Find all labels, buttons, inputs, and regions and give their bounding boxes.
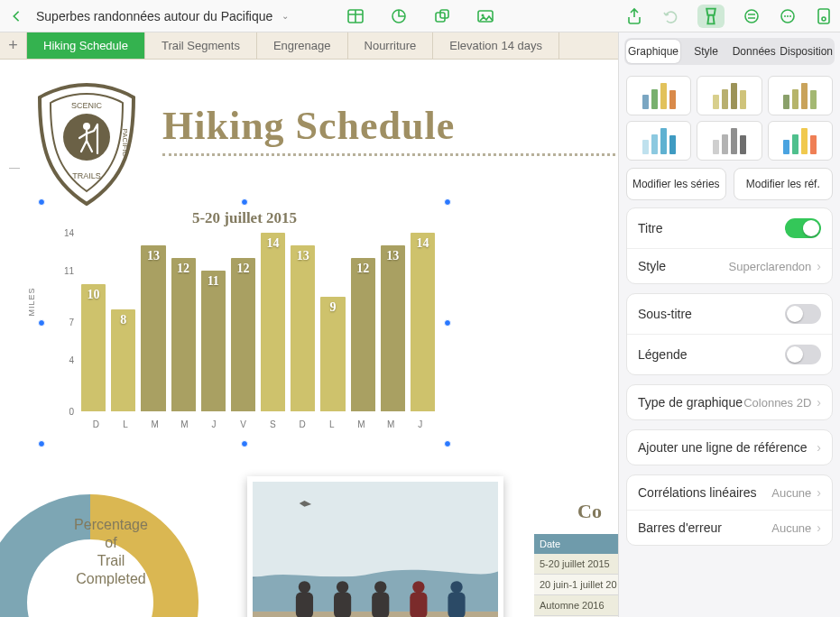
bar-chart[interactable]: 5-20 juillet 2015 MILES 0471114 10813121… bbox=[49, 209, 440, 437]
trails-logo[interactable]: SCENIC TRAILS PACIFIC bbox=[32, 81, 141, 207]
share-icon[interactable] bbox=[625, 7, 643, 25]
svg-point-12 bbox=[822, 17, 826, 21]
row-correlations-value: Aucune bbox=[771, 486, 811, 500]
row-reference-line[interactable]: Ajouter une ligne de référence › bbox=[627, 430, 832, 465]
table-title-cropped: Co bbox=[577, 500, 602, 523]
toggle-sous-titre[interactable] bbox=[785, 304, 821, 324]
chart-preset[interactable] bbox=[626, 76, 691, 115]
svg-point-10 bbox=[789, 15, 791, 17]
document-settings-icon[interactable] bbox=[815, 7, 833, 25]
table-header: Date bbox=[534, 534, 618, 554]
row-style-label: Style bbox=[638, 259, 666, 273]
ruler-tick bbox=[9, 168, 20, 169]
insert-chart-icon[interactable] bbox=[390, 7, 408, 25]
chart-preset[interactable] bbox=[626, 121, 691, 161]
segment-graphique[interactable]: Graphique bbox=[626, 40, 680, 63]
toggle-legende[interactable] bbox=[785, 345, 821, 364]
photo[interactable] bbox=[247, 476, 503, 617]
chart-preset[interactable] bbox=[768, 76, 833, 115]
row-reference-line-label: Ajouter une ligne de référence bbox=[638, 440, 808, 455]
svg-point-14 bbox=[83, 123, 90, 130]
chevron-right-icon: › bbox=[817, 440, 821, 455]
y-axis-label: MILES bbox=[27, 288, 36, 317]
segment-style[interactable]: Style bbox=[682, 38, 730, 65]
row-error-bars-label: Barres d'erreur bbox=[638, 520, 722, 535]
svg-rect-19 bbox=[296, 593, 313, 617]
row-sous-titre[interactable]: Sous-titre bbox=[627, 294, 832, 335]
svg-rect-27 bbox=[448, 593, 465, 617]
add-sheet-button[interactable]: + bbox=[0, 32, 27, 59]
chart-style-presets bbox=[619, 69, 840, 168]
page-title[interactable]: Hiking Schedule bbox=[162, 103, 455, 149]
svg-point-20 bbox=[337, 581, 348, 593]
tab-engrenage[interactable]: Engrenage bbox=[257, 32, 348, 59]
svg-point-26 bbox=[450, 581, 462, 593]
svg-point-22 bbox=[374, 581, 386, 593]
row-correlations-label: Corrélations linéaires bbox=[638, 485, 757, 500]
svg-rect-25 bbox=[410, 593, 427, 617]
edit-series-button[interactable]: Modifier les séries bbox=[626, 168, 726, 200]
canvas[interactable]: SCENIC TRAILS PACIFIC Hiking Schedule 5-… bbox=[0, 60, 618, 617]
tab-nourriture[interactable]: Nourriture bbox=[348, 32, 434, 59]
row-style[interactable]: Style Superclarendon› bbox=[627, 249, 832, 283]
chart-preset[interactable] bbox=[697, 121, 762, 161]
row-correlations[interactable]: Corrélations linéaires Aucune› bbox=[627, 475, 832, 511]
svg-point-8 bbox=[784, 15, 786, 17]
undo-icon[interactable] bbox=[661, 7, 679, 25]
svg-rect-23 bbox=[372, 593, 389, 617]
table-row[interactable]: 20 juin-1 juillet 20 bbox=[534, 575, 618, 595]
row-chart-type[interactable]: Type de graphique Colonnes 2D› bbox=[627, 385, 832, 419]
row-chart-type-label: Type de graphique bbox=[638, 395, 743, 410]
inspector-segments: Graphique Style Données Disposition bbox=[624, 38, 835, 65]
row-legende[interactable]: Légende bbox=[627, 335, 832, 374]
tab-trail-segments[interactable]: Trail Segments bbox=[145, 32, 257, 59]
row-titre[interactable]: Titre bbox=[627, 208, 832, 249]
data-table[interactable]: Date 5-20 juillet 201520 juin-1 juillet … bbox=[534, 534, 618, 617]
svg-rect-21 bbox=[334, 593, 351, 617]
divider bbox=[162, 153, 615, 156]
more-icon[interactable] bbox=[779, 7, 797, 25]
logo-top-text: SCENIC bbox=[71, 101, 103, 110]
segment-donnees[interactable]: Données bbox=[730, 38, 778, 65]
tab-elevation[interactable]: Elevation 14 days bbox=[433, 32, 559, 59]
tab-hiking-schedule[interactable]: Hiking Schedule bbox=[27, 32, 145, 59]
back-icon[interactable] bbox=[7, 7, 25, 25]
row-chart-type-value: Colonnes 2D bbox=[743, 396, 811, 410]
logo-right-text: PACIFIC bbox=[121, 129, 129, 157]
chevron-right-icon: › bbox=[817, 259, 821, 273]
donut-title: Percentage of Trail Completed bbox=[43, 516, 179, 588]
organize-icon[interactable] bbox=[743, 7, 761, 25]
svg-point-6 bbox=[745, 10, 758, 23]
insert-media-icon[interactable] bbox=[476, 7, 494, 25]
top-toolbar: Superbes randonnées autour du Pacifique … bbox=[0, 0, 840, 32]
document-title[interactable]: Superbes randonnées autour du Pacifique bbox=[36, 9, 272, 23]
toggle-titre[interactable] bbox=[785, 218, 821, 238]
row-legende-label: Légende bbox=[638, 347, 688, 362]
chevron-right-icon: › bbox=[817, 395, 821, 410]
chart-preset[interactable] bbox=[697, 76, 762, 115]
chevron-right-icon: › bbox=[817, 485, 821, 500]
table-row[interactable]: Automne 2016 bbox=[534, 595, 618, 616]
format-brush-icon[interactable] bbox=[697, 5, 725, 28]
row-error-bars-value: Aucune bbox=[771, 521, 811, 535]
logo-bottom-text: TRAILS bbox=[72, 171, 101, 180]
insert-table-icon[interactable] bbox=[346, 7, 365, 25]
chevron-right-icon: › bbox=[817, 520, 821, 535]
table-row[interactable]: 5-20 juillet 2015 bbox=[534, 554, 618, 575]
svg-rect-15 bbox=[253, 482, 498, 576]
svg-point-9 bbox=[787, 15, 789, 17]
segment-disposition[interactable]: Disposition bbox=[778, 38, 835, 65]
edit-refs-button[interactable]: Modifier les réf. bbox=[734, 168, 834, 200]
format-inspector: Graphique Style Données Disposition Modi… bbox=[618, 32, 840, 617]
insert-shape-icon[interactable] bbox=[433, 7, 451, 25]
selection-handles[interactable] bbox=[42, 202, 448, 444]
row-style-value: Superclarendon bbox=[729, 260, 812, 273]
row-titre-label: Titre bbox=[638, 221, 662, 235]
row-error-bars[interactable]: Barres d'erreur Aucune› bbox=[627, 511, 832, 545]
document-dropdown-icon[interactable]: ⌄ bbox=[282, 11, 289, 21]
chart-preset[interactable] bbox=[768, 121, 833, 161]
row-sous-titre-label: Sous-titre bbox=[638, 307, 692, 321]
svg-point-24 bbox=[412, 581, 424, 593]
svg-point-18 bbox=[299, 581, 310, 593]
